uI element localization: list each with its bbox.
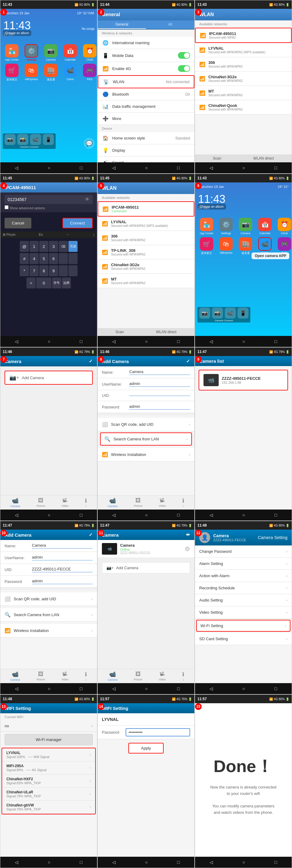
nav-recent-3[interactable]: □	[275, 165, 277, 170]
key-9[interactable]: 9	[49, 265, 58, 276]
uid-value-10[interactable]: ZZZZ-495011-FECCE	[32, 567, 93, 572]
mobile-data-toggle[interactable]	[178, 52, 190, 59]
wlan-5-lyvnal[interactable]: 📶 LYVNAL Secured with WPA/WPA2 (WPS avai…	[98, 217, 194, 231]
nav-back-2[interactable]: ◁	[112, 165, 116, 170]
wifi-manager-button[interactable]: Wi-Fi manager	[5, 734, 93, 745]
key-4[interactable]: 4	[30, 253, 39, 264]
password-value-8[interactable]: admin	[129, 404, 190, 410]
tab-all[interactable]: All	[146, 21, 194, 29]
app6-settings[interactable]: ⚙️Settings	[217, 218, 234, 235]
eye-icon[interactable]: 👁	[85, 197, 90, 202]
app-icon-cams[interactable]: 📹Cams	[62, 64, 79, 82]
key-done[interactable]: 完成	[68, 241, 78, 252]
username-value-10[interactable]: admin	[32, 555, 93, 560]
wlan-5-chinanet[interactable]: 📶 ChinaNet-3G2e Secured with WPA/WPA2	[98, 259, 194, 274]
settings-data-traffic[interactable]: 📊 Data traffic management	[98, 100, 194, 113]
nav-recent-10[interactable]: □	[80, 686, 82, 691]
nav-back-10[interactable]: ◁	[15, 686, 18, 691]
add-camera-button[interactable]: 📷+ Add Camera	[5, 371, 93, 385]
app6-clock[interactable]: ⏰Clock	[276, 218, 292, 235]
app-icon-shop1[interactable]: 🛒某米家文	[3, 64, 21, 82]
key-0[interactable]: 0	[36, 277, 51, 288]
wlan-network-chinanetqook[interactable]: 📶 ChinaNet-Qook Secured with WPA/WPA2	[195, 100, 292, 115]
app6-appcenter[interactable]: 🏪App Center	[198, 218, 215, 235]
key-7[interactable]: 7	[30, 265, 39, 276]
connect-button[interactable]: Connect	[62, 218, 93, 228]
option-wireless-8[interactable]: 📶 Wireless Installation ›	[98, 448, 194, 461]
settings-mobile-data[interactable]: 📱 Mobile Data	[98, 49, 194, 62]
key-star[interactable]: *	[20, 265, 29, 276]
nav-recent-11[interactable]: □	[177, 686, 179, 691]
setting-action-alarm[interactable]: Action with Alarm ›	[195, 570, 292, 582]
name-value-10[interactable]: Camera	[32, 543, 93, 549]
wlan-network-mt[interactable]: 📶 MT Secured with WPA/WPA2	[195, 86, 292, 100]
app6-camera[interactable]: 📷Camera	[237, 218, 254, 235]
key-6[interactable]: 6	[49, 253, 58, 264]
option-qr-8[interactable]: ⬜ Scan QR code, add UID ›	[98, 418, 194, 431]
nav-recent-15[interactable]: □	[275, 860, 277, 865]
app-icon-settings[interactable]: ⚙️Settings	[23, 44, 40, 61]
add-camera-btn-11[interactable]: 📷+ Add Camera	[102, 562, 190, 574]
apply-button[interactable]: Apply	[129, 743, 164, 753]
wlan-network-306[interactable]: 📶 306 Secured with WPA/WPA2	[195, 57, 292, 71]
info-tab-8[interactable]: ℹ i	[182, 497, 184, 508]
keyboard-mode[interactable]: ⊞ Pinyin	[3, 233, 15, 237]
setting-audio[interactable]: Audio Setting ›	[195, 594, 292, 607]
camera-online-item-11[interactable]: 📹 Camera Online ZZZZ-495011-FECCE ⚙	[98, 540, 194, 558]
key-hash[interactable]: #	[20, 253, 29, 264]
nav-recent-9[interactable]: □	[275, 513, 277, 518]
password-value-10[interactable]: admin	[32, 579, 93, 584]
settings-more[interactable]: ➕ More	[98, 113, 194, 125]
nav-back-6[interactable]: ◁	[210, 339, 213, 344]
nav-recent-1[interactable]: □	[80, 165, 82, 170]
pic-tab-10[interactable]: 🖼 Picture	[36, 671, 45, 681]
nav-recent-7[interactable]: □	[80, 513, 82, 518]
nav-recent-5[interactable]: □	[177, 339, 179, 344]
wlan-network-ipcam-connected[interactable]: 📶 IPCAM-495011 Connected	[98, 201, 194, 217]
camera-tab-10[interactable]: 📹 Camera	[10, 671, 20, 681]
nav-recent-12[interactable]: □	[275, 686, 277, 691]
nav-home-5[interactable]: ○	[145, 339, 148, 344]
keyboard-arrow[interactable]: ←	[66, 233, 70, 237]
nav-back-13[interactable]: ◁	[15, 860, 18, 865]
4g-toggle[interactable]	[178, 65, 190, 72]
nav-back-4[interactable]: ◁	[15, 339, 18, 344]
wlan-5-tplink[interactable]: 📶 TP-LINK_308 Secured with WPA/WPA2	[98, 245, 194, 259]
option-wireless-10[interactable]: 📶 Wireless Installation ›	[0, 624, 97, 638]
wifi-network-chinanetgbvw[interactable]: ChinaNet-gbVW Signal:78% WPA_TKIP ›	[2, 801, 95, 814]
wlan-5-306[interactable]: 📶 306 Secured with WPA/WPA2	[98, 231, 194, 245]
info-tab-10[interactable]: ℹ i	[85, 671, 87, 681]
app6-calendar[interactable]: 📅Calendar	[256, 218, 273, 235]
app-icon-calendar[interactable]: 📅Calendar	[62, 44, 79, 61]
cam-tab-info-11[interactable]: ℹ i	[182, 671, 184, 681]
nav-recent-8[interactable]: □	[177, 513, 179, 518]
open-camera-popup[interactable]: Open camera APP	[252, 252, 289, 259]
nav-recent-4[interactable]: □	[80, 339, 82, 344]
nav-home-11[interactable]: ○	[145, 686, 148, 691]
nav-home-4[interactable]: ○	[48, 339, 50, 344]
settings-4g[interactable]: 📶 Enable 4G	[98, 62, 194, 75]
app-icon-camera[interactable]: 📷Camera	[42, 44, 59, 61]
app-icon-speedsell[interactable]: 🏬速卖通	[42, 64, 59, 82]
app-icon-ali[interactable]: 🛍AliExpress	[23, 64, 40, 82]
app-icon-ps[interactable]: 🎮P&S	[81, 64, 97, 82]
key-symbol[interactable]: 符号	[52, 277, 61, 288]
advanced-checkbox[interactable]	[5, 205, 8, 209]
nav-home-15[interactable]: ○	[243, 860, 245, 865]
nav-home-6[interactable]: ○	[243, 339, 245, 344]
app-icon-clock[interactable]: ⏰Clock	[81, 44, 97, 61]
settings-international-roaming[interactable]: 🌐 International roaming	[98, 37, 194, 49]
nav-back-12[interactable]: ◁	[210, 686, 213, 691]
key-3[interactable]: 3	[49, 241, 58, 252]
nav-home-9[interactable]: ○	[243, 513, 245, 518]
nav-home-14[interactable]: ○	[145, 860, 148, 865]
keyboard-extra[interactable]: ↕	[93, 233, 95, 237]
wifi-network-mifi[interactable]: MIFI-295A Signal:89% ── 4G Signal ›	[2, 762, 95, 775]
camera-tab-camera[interactable]: 📹 Camera	[10, 497, 20, 508]
camera-tab-picture[interactable]: 🖼 Picture	[36, 497, 45, 508]
option-search-lan-10[interactable]: 🔍 Search Camera from LAN ›	[0, 608, 97, 622]
nav-home-12[interactable]: ○	[243, 686, 245, 691]
option-qr-10[interactable]: ⬜ Scan QR code, add UID ›	[0, 592, 97, 606]
settings-display[interactable]: 💡 Display	[98, 144, 194, 157]
key-2[interactable]: 2	[39, 241, 48, 252]
